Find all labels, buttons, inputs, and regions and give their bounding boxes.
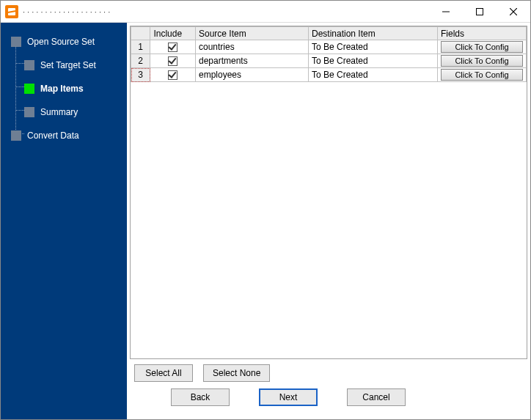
- include-cell[interactable]: [150, 54, 196, 68]
- col-header-rownum[interactable]: [131, 27, 150, 40]
- tree-connector: [15, 86, 24, 87]
- source-item-cell[interactable]: employees: [195, 68, 308, 82]
- close-icon: [510, 8, 517, 15]
- minimize-icon: [442, 8, 450, 15]
- step-marker-icon: [11, 37, 21, 47]
- step-label: Open Source Set: [27, 37, 95, 47]
- close-button[interactable]: [497, 1, 530, 22]
- destination-item-cell[interactable]: To Be Created: [308, 54, 437, 68]
- row-number[interactable]: 3: [131, 68, 150, 82]
- include-checkbox[interactable]: [168, 70, 177, 80]
- source-item-cell[interactable]: countries: [195, 40, 308, 54]
- app-window: · · · · · · · · · · · · · · · · · · · · …: [0, 0, 531, 420]
- table-row[interactable]: 1 countries To Be Created Click To Confi…: [131, 40, 527, 54]
- maximize-button[interactable]: [463, 1, 497, 22]
- sidebar-step-map-items[interactable]: Map Items: [1, 77, 127, 100]
- include-cell[interactable]: [150, 68, 196, 82]
- fields-cell: Click To Config: [437, 68, 526, 82]
- sidebar-step-summary[interactable]: Summary: [1, 100, 127, 124]
- step-marker-icon: [24, 107, 34, 117]
- step-label: Map Items: [40, 84, 84, 94]
- step-marker-icon: [11, 130, 21, 141]
- tree-connector: [15, 40, 16, 140]
- cancel-button[interactable]: Cancel: [347, 388, 406, 406]
- step-marker-icon: [24, 84, 34, 94]
- select-all-button[interactable]: Select All: [134, 364, 193, 382]
- select-none-button[interactable]: Select None: [203, 364, 270, 382]
- col-header-destination[interactable]: Destination Item: [308, 27, 437, 40]
- destination-item-cell[interactable]: To Be Created: [308, 40, 437, 54]
- sidebar-step-set-target-set[interactable]: Set Target Set: [1, 54, 127, 77]
- items-grid[interactable]: Include Source Item Destination Item Fie…: [130, 26, 527, 359]
- items-table: Include Source Item Destination Item Fie…: [131, 26, 527, 82]
- fields-cell: Click To Config: [437, 40, 526, 54]
- sidebar: Open Source Set Set Target Set Map Items…: [1, 23, 127, 419]
- config-fields-button[interactable]: Click To Config: [441, 55, 523, 67]
- window-controls: [429, 1, 530, 22]
- include-checkbox[interactable]: [168, 56, 177, 66]
- app-icon: [5, 5, 18, 18]
- config-fields-button[interactable]: Click To Config: [441, 69, 523, 81]
- next-button[interactable]: Next: [259, 388, 318, 406]
- destination-item-cell[interactable]: To Be Created: [308, 68, 437, 82]
- main-panel: Include Source Item Destination Item Fie…: [127, 23, 530, 419]
- svg-rect-1: [477, 8, 483, 15]
- minimize-button[interactable]: [429, 1, 463, 22]
- include-checkbox[interactable]: [168, 43, 177, 52]
- nav-buttons-row: Back Next Cancel: [130, 384, 527, 416]
- col-header-include[interactable]: Include: [150, 27, 196, 40]
- include-cell[interactable]: [150, 40, 196, 54]
- tree-connector: [15, 110, 24, 111]
- col-header-source[interactable]: Source Item: [195, 27, 308, 40]
- step-marker-icon: [24, 60, 34, 70]
- titlebar: · · · · · · · · · · · · · · · · · · · ·: [1, 1, 530, 23]
- step-label: Convert Data: [27, 130, 79, 141]
- config-fields-button[interactable]: Click To Config: [441, 41, 523, 53]
- row-number[interactable]: 2: [131, 54, 150, 68]
- fields-cell: Click To Config: [437, 54, 526, 68]
- col-header-fields[interactable]: Fields: [437, 27, 526, 40]
- maximize-icon: [476, 8, 483, 15]
- tree-connector: [15, 63, 24, 64]
- selection-buttons-row: Select All Select None: [130, 359, 527, 384]
- table-header-row: Include Source Item Destination Item Fie…: [131, 27, 527, 40]
- step-label: Summary: [40, 107, 78, 117]
- window-title: · · · · · · · · · · · · · · · · · · · ·: [23, 7, 429, 16]
- source-item-cell[interactable]: departments: [195, 54, 308, 68]
- step-label: Set Target Set: [40, 60, 96, 70]
- table-row[interactable]: 2 departments To Be Created Click To Con…: [131, 54, 527, 68]
- row-number[interactable]: 1: [131, 40, 150, 54]
- table-row[interactable]: 3 employees To Be Created Click To Confi…: [131, 68, 527, 82]
- body: Open Source Set Set Target Set Map Items…: [1, 23, 530, 419]
- sidebar-step-convert-data[interactable]: Convert Data: [1, 124, 127, 147]
- back-button[interactable]: Back: [171, 388, 230, 406]
- sidebar-step-open-source-set[interactable]: Open Source Set: [1, 30, 127, 54]
